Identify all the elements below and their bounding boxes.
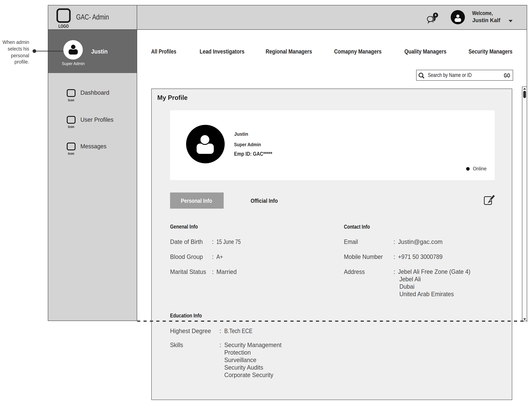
svg-text:8: 8 [435,13,436,17]
